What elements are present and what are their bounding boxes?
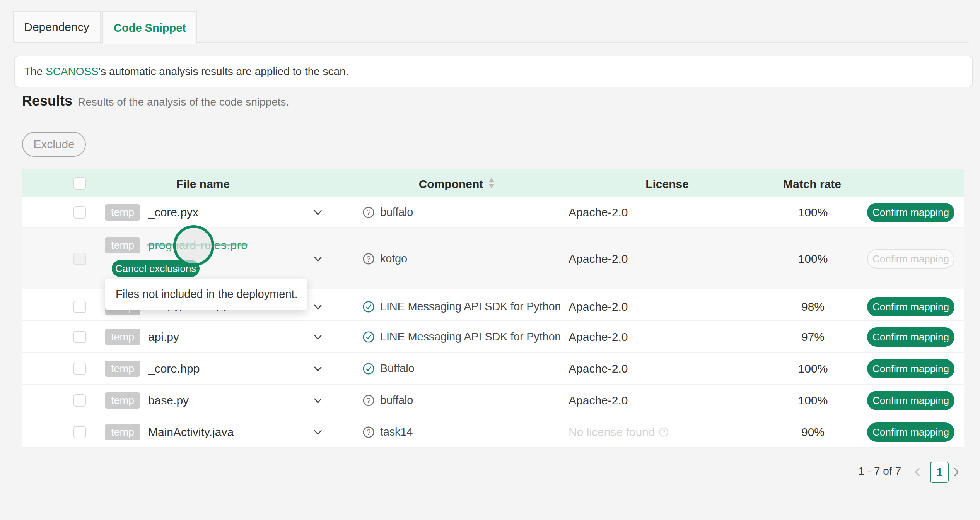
svg-text:?: ?	[366, 208, 370, 217]
svg-text:?: ?	[366, 396, 370, 405]
svg-text:?: ?	[366, 428, 370, 436]
svg-text:?: ?	[662, 429, 666, 436]
svg-text:?: ?	[366, 255, 370, 263]
